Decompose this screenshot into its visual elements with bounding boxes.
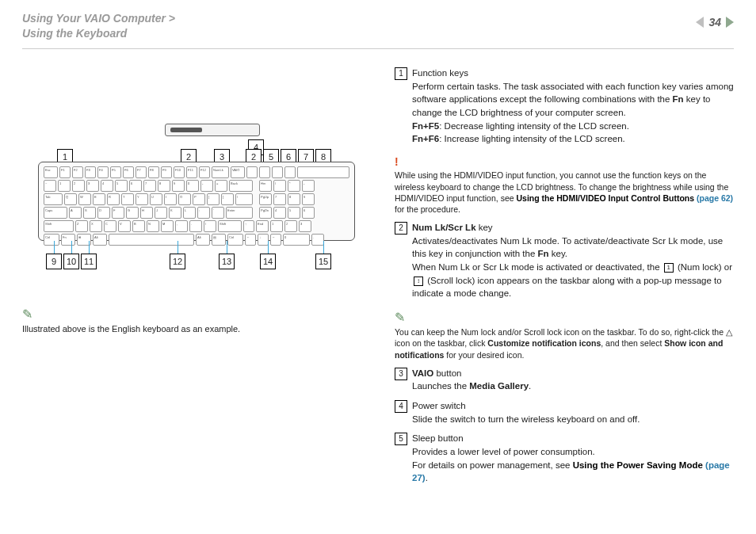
leader	[323, 241, 324, 254]
callout-9: 9	[46, 254, 62, 269]
leader	[178, 241, 178, 254]
callout-15: 15	[315, 254, 331, 269]
warning-note: !	[395, 154, 734, 170]
leader	[54, 241, 55, 254]
breadcrumb: Using Your VAIO Computer > Using the Key…	[22, 11, 175, 41]
callout-11: 11	[81, 254, 97, 269]
illustration-note: ✎ Illustrated above is the English keybo…	[22, 306, 371, 336]
keyboard-illustration: Esc F1F2 F3F4 F5F6 F7F8 F9F10 F11F12 Num…	[38, 162, 355, 241]
page-header: Using Your VAIO Computer > Using the Key…	[22, 11, 734, 49]
breadcrumb-line2: Using the Keyboard	[22, 26, 175, 41]
keyboard-diagram: 4 1 2 3 2 5 6 7 8 Esc F1F2 F3	[30, 92, 363, 290]
scrolllock-icon: ↕	[414, 277, 423, 286]
item-power-switch: 4 Power switch Slide the switch to turn …	[395, 399, 734, 425]
leader	[89, 241, 90, 254]
breadcrumb-line1: Using Your VAIO Computer >	[22, 11, 175, 26]
left-column: 4 1 2 3 2 5 6 7 8 Esc F1F2 F3	[22, 60, 371, 526]
callout-10: 10	[63, 254, 79, 269]
leader	[227, 241, 227, 254]
item1-title: Function keys	[412, 68, 468, 78]
numlock-icon: 1	[664, 263, 674, 273]
item-function-keys: 1 Function keys Perform certain tasks. T…	[395, 67, 734, 146]
page-number: 34	[708, 16, 721, 29]
callout-12: 12	[170, 254, 185, 269]
callout-ref-3: 3	[395, 368, 407, 380]
callout-ref-1: 1	[395, 67, 407, 80]
tip-body: You can keep the Num lock and/or Scroll …	[395, 326, 734, 360]
leader	[268, 241, 269, 254]
pencil-icon: ✎	[22, 307, 32, 321]
item-sleep-button: 5 Sleep button Provides a lower level of…	[395, 432, 734, 485]
callout-ref-2: 2	[395, 222, 407, 235]
callout-14: 14	[260, 254, 276, 269]
item-vaio-button: 3 VAIO button Launches the Media Gallery…	[395, 367, 734, 393]
pencil-icon: ✎	[395, 308, 405, 326]
page-nav: 34	[696, 16, 734, 29]
tip-note: ✎	[395, 308, 734, 326]
warning-body: While using the HDMI/VIDEO input functio…	[395, 170, 734, 215]
item-numlk: 2 Num Lk/Scr Lk key Activates/deactivate…	[395, 221, 734, 300]
warning-icon: !	[395, 154, 399, 170]
callout-ref-5: 5	[395, 433, 407, 445]
leader	[71, 241, 72, 254]
prev-page-icon[interactable]	[696, 17, 704, 28]
power-switch-illustration	[165, 124, 260, 136]
next-page-icon[interactable]	[726, 17, 734, 28]
callout-ref-4: 4	[395, 400, 407, 413]
callout-13: 13	[219, 254, 235, 269]
right-column: 1 Function keys Perform certain tasks. T…	[395, 60, 734, 526]
